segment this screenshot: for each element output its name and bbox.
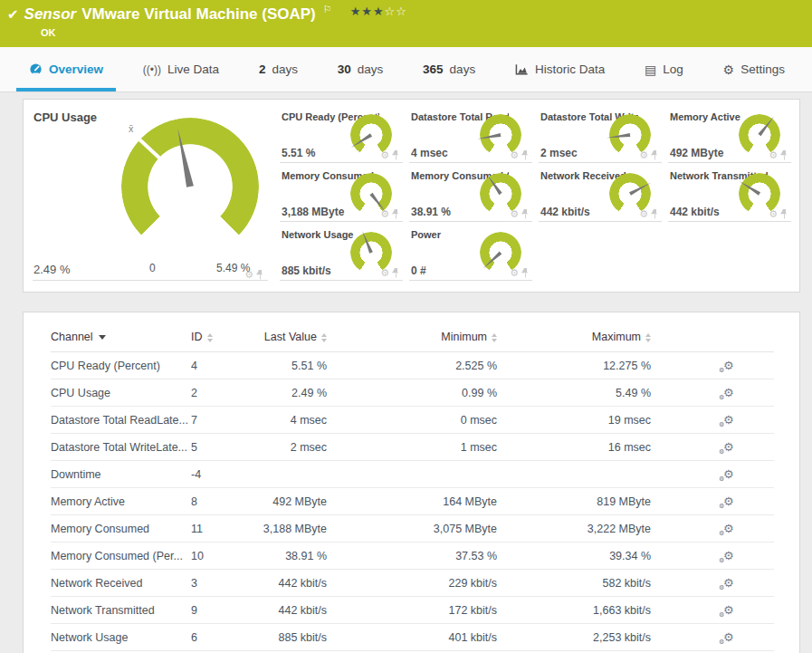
sort-desc-icon [99,335,106,340]
channel-gauge-tile[interactable]: Network Received 442 kbit/s ⚙ [539,168,662,222]
pin-icon[interactable] [780,150,788,160]
stars-filled[interactable]: ★★★ [350,5,385,18]
channel-settings-icon[interactable]: ⚙⚙ [723,386,734,399]
channel-name: Memory Consumed (Per... [51,543,191,570]
table-row[interactable]: CPU Usage 2 2.49 % 0.99 % 5.49 % ⚙⚙ [51,379,774,407]
table-row[interactable]: Memory Consumed (Per... 10 38.91 % 37.53… [51,543,774,570]
channel-settings-icon[interactable]: ⚙⚙ [723,495,734,508]
tab-log[interactable]: ▤ Log [645,47,683,91]
channel-settings-icon[interactable]: ⚙⚙ [723,413,734,427]
gear-icon[interactable]: ⚙ [639,150,648,160]
gear-icon[interactable]: ⚙ [380,209,389,219]
gear-icon[interactable]: ⚙ [244,270,253,280]
channel-settings-icon[interactable]: ⚙⚙ [723,549,734,562]
channel-gauge-value: 3,188 MByte [282,206,344,218]
channel-gauge-tile[interactable]: Datastore Total WriteL... 2 msec ⚙ [539,109,662,163]
table-row[interactable]: Network Received 3 442 kbit/s 229 kbit/s… [51,570,774,597]
channel-name: Memory Active [51,488,191,515]
channel-gauge-tile[interactable]: Memory Active 492 MByte ⚙ [668,109,791,163]
tab-live-data[interactable]: ((•)) Live Data [143,47,219,91]
gear-icon[interactable]: ⚙ [510,209,519,219]
channel-gauge-tile[interactable]: Power 0 # ⚙ [409,226,532,281]
channel-settings-icon[interactable]: ⚙⚙ [723,576,734,590]
gear-icon[interactable]: ⚙ [380,268,389,278]
gear-icon[interactable]: ⚙ [769,150,778,160]
pin-icon[interactable] [521,268,530,278]
channel-gauge-value: 38.91 % [411,206,451,218]
channel-gauge-tile[interactable]: Memory Consumed 3,188 MByte ⚙ [280,168,403,222]
table-row[interactable]: Downtime -4 ⚙⚙ [51,461,774,488]
channel-settings-icon[interactable]: ⚙⚙ [723,359,734,372]
tab-overview[interactable]: Overview [29,47,103,91]
tab-30-days[interactable]: 30 days [338,47,384,91]
stars-empty[interactable]: ☆☆ [385,5,407,18]
pin-icon[interactable] [651,209,659,219]
channel-settings-icon[interactable]: ⚙⚙ [723,603,734,617]
table-row[interactable]: Network Usage 6 885 kbit/s 401 kbit/s 2,… [51,624,774,651]
column-header-id[interactable]: ID [191,322,259,352]
channel-settings-icon[interactable]: ⚙⚙ [723,522,734,535]
gear-icon[interactable]: ⚙ [380,150,389,160]
table-row[interactable]: Network Transmitted 9 442 kbit/s 172 kbi… [51,597,774,624]
channel-maximum: 12.275 % [497,352,651,379]
pin-icon[interactable] [392,150,400,160]
gear-icon[interactable]: ⚙ [510,268,519,278]
channel-minimum: 172 kbit/s [327,597,497,624]
table-row[interactable]: CPU Ready (Percent) 4 5.51 % 2.525 % 12.… [51,352,774,379]
pin-icon[interactable] [392,268,400,278]
table-row[interactable]: Memory Active 8 492 MByte 164 MByte 819 … [51,488,774,515]
pin-icon[interactable] [521,209,530,219]
tab-historic-data[interactable]: Historic Data [515,47,605,91]
broadcast-icon: ((•)) [143,63,161,76]
tab-365-days[interactable]: 365 days [423,47,475,91]
gear-icon[interactable]: ⚙ [510,150,519,160]
channel-last-value: 3,188 MByte [259,515,327,543]
channel-gauge-value: 5.51 % [282,147,315,159]
channel-settings-icon[interactable]: ⚙⚙ [723,440,734,454]
priority-stars[interactable]: ★★★☆☆ [350,5,407,18]
pin-icon[interactable] [780,209,788,219]
gear-icon[interactable]: ⚙ [769,209,778,219]
channel-maximum: 5.49 % [497,379,651,407]
gear-icon[interactable]: ⚙ [639,209,648,219]
channel-settings-icon[interactable]: ⚙⚙ [723,630,734,644]
channel-minimum: 164 MByte [327,488,497,515]
table-row[interactable]: Datastore Total ReadLate... 7 4 msec 0 m… [51,407,774,434]
channel-gauge-tile[interactable]: Network Usage 885 kbit/s ⚙ [280,226,403,281]
channel-name: Network Received [51,570,191,597]
pin-icon[interactable] [392,209,400,219]
main-gauge-min-label: 0 [149,262,156,274]
tab-label: days [450,62,476,76]
column-header-last-value[interactable]: Last Value [259,322,327,352]
channel-gauge-tile[interactable]: Memory Consumed (P... 38.91 % ⚙ [409,168,532,222]
channel-last-value: 5.51 % [259,352,327,379]
tab-label: Live Data [167,62,219,76]
pin-icon[interactable] [651,150,659,160]
sensor-status-bar: ✔ Sensor VMware Virtual Machine (SOAP) ⚐… [0,0,812,47]
channel-gauge-value: 885 kbit/s [282,264,331,277]
channel-gauge-value: 442 kbit/s [540,206,590,218]
flag-icon[interactable]: ⚐ [323,4,332,15]
tab-2-days[interactable]: 2 days [259,47,298,91]
table-row[interactable]: Datastore Total WriteLate... 5 2 msec 1 … [51,434,774,461]
tab-label: days [358,62,384,76]
main-gauge-tile[interactable]: CPU Usage x̄ 2.49 % 0 5.49 % ⚙ [24,100,275,292]
channel-maximum: 3,222 MByte [497,515,651,543]
channel-maximum: 1,663 kbit/s [497,597,651,624]
channel-gauge-tile[interactable]: Network Transmitted 442 kbit/s ⚙ [668,168,791,222]
column-header-maximum[interactable]: Maximum [497,322,651,352]
channel-id: 8 [191,488,259,515]
tab-settings[interactable]: ⚙ Settings [723,47,785,91]
channel-last-value: 38.91 % [259,543,327,570]
status-check-icon: ✔ [7,6,19,23]
column-header-channel[interactable]: Channel [51,322,191,352]
table-row[interactable]: Memory Consumed 11 3,188 MByte 3,075 MBy… [51,515,774,543]
channel-settings-icon[interactable]: ⚙⚙ [723,467,734,481]
channel-name: CPU Usage [51,379,191,407]
channel-id: 4 [191,352,259,379]
channel-gauge-tile[interactable]: Datastore Total ReadLa... 4 msec ⚙ [409,109,532,163]
column-header-minimum[interactable]: Minimum [327,322,497,352]
channel-gauge-tile[interactable]: CPU Ready (Percent) 5.51 % ⚙ [280,109,403,163]
pin-icon[interactable] [521,150,530,160]
pin-icon[interactable] [256,270,264,280]
